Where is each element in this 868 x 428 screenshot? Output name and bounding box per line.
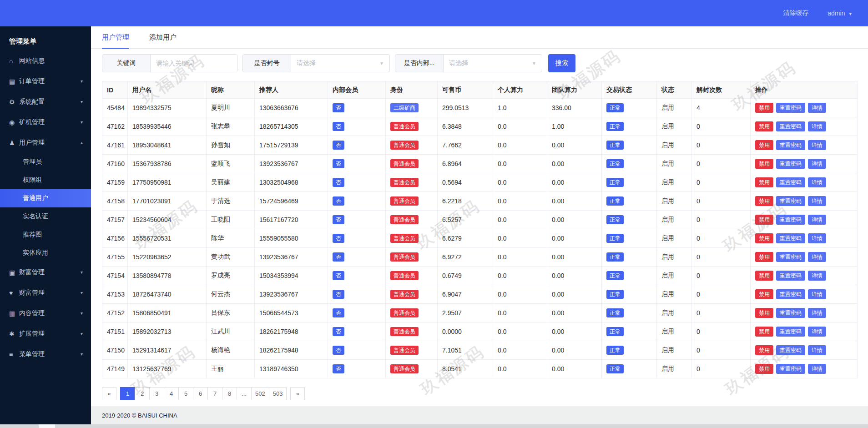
cell-unban-count: 0 [692, 304, 751, 322]
reset-password-button[interactable]: 重置密码 [776, 103, 805, 113]
column-header-解封次数: 解封次数 [692, 81, 751, 99]
detail-button[interactable]: 详情 [808, 345, 826, 355]
internal-select[interactable]: 请选择 ▼ [444, 55, 542, 72]
page-button-4[interactable]: 4 [164, 387, 178, 400]
page-button-503[interactable]: 503 [269, 387, 287, 400]
user-menu[interactable]: admin ▾ [828, 10, 852, 17]
cell-unban-count: 0 [692, 155, 751, 173]
disable-button[interactable]: 禁用 [755, 271, 773, 281]
disable-button[interactable]: 禁用 [755, 121, 773, 131]
pagination: «12345678...502503» [102, 387, 857, 400]
reset-password-button[interactable]: 重置密码 [776, 252, 805, 262]
sidebar-item-财富管理[interactable]: ▣财富管理▾ [0, 262, 91, 282]
sidebar-item-内容管理[interactable]: ▥内容管理▾ [0, 303, 91, 323]
ban-select[interactable]: 请选择 ▼ [291, 55, 389, 72]
detail-button[interactable]: 详情 [808, 289, 826, 299]
sidebar-subitem-实名认证[interactable]: 实名认证 [0, 207, 91, 226]
disable-button[interactable]: 禁用 [755, 233, 773, 243]
reset-password-button[interactable]: 重置密码 [776, 327, 805, 337]
sidebar-subitem-普通用户[interactable]: 普通用户 [0, 189, 91, 207]
disable-button[interactable]: 禁用 [755, 252, 773, 262]
page-button-7[interactable]: 7 [207, 387, 222, 400]
page-button-1[interactable]: 1 [120, 387, 135, 400]
reset-password-button[interactable]: 重置密码 [776, 196, 805, 206]
detail-button[interactable]: 详情 [808, 252, 826, 262]
sidebar-item-网站信息[interactable]: ⌂网站信息 [0, 50, 91, 71]
disable-button[interactable]: 禁用 [755, 159, 773, 169]
sidebar-item-财富管理[interactable]: ♥财富管理▾ [0, 282, 91, 303]
detail-button[interactable]: 详情 [808, 121, 826, 131]
detail-button[interactable]: 详情 [808, 327, 826, 337]
disable-button[interactable]: 禁用 [755, 140, 773, 150]
reset-password-button[interactable]: 重置密码 [776, 289, 805, 299]
detail-button[interactable]: 详情 [808, 308, 826, 318]
reset-password-button[interactable]: 重置密码 [776, 345, 805, 355]
page-button-2[interactable]: 2 [135, 387, 149, 400]
disable-button[interactable]: 禁用 [755, 364, 773, 374]
keyword-input[interactable] [151, 55, 237, 72]
sidebar-item-订单管理[interactable]: ▤订单管理▾ [0, 71, 91, 91]
detail-button[interactable]: 详情 [808, 233, 826, 243]
reset-password-button[interactable]: 重置密码 [776, 215, 805, 225]
page-button-5[interactable]: 5 [178, 387, 193, 400]
page-next-button[interactable]: » [290, 387, 305, 400]
tab-user-management[interactable]: 用户管理 [102, 26, 129, 49]
detail-button[interactable]: 详情 [808, 103, 826, 113]
clear-cache-button[interactable]: 清除缓存 [783, 9, 808, 17]
page-button-8[interactable]: 8 [222, 387, 237, 400]
cell-status: 启用 [657, 136, 692, 155]
sidebar-subitem-管理员[interactable]: 管理员 [0, 153, 91, 171]
reset-password-button[interactable]: 重置密码 [776, 364, 805, 374]
sidebar-item-菜单管理[interactable]: ≡菜单管理▾ [0, 344, 91, 364]
reset-password-button[interactable]: 重置密码 [776, 233, 805, 243]
cell-actions: 禁用重置密码详情 [751, 192, 858, 211]
reset-password-button[interactable]: 重置密码 [776, 140, 805, 150]
detail-button[interactable]: 详情 [808, 271, 826, 281]
users-icon: ♟ [9, 139, 19, 146]
reset-password-button[interactable]: 重置密码 [776, 271, 805, 281]
cell-personal-power: 0.0 [493, 322, 547, 341]
reset-password-button[interactable]: 重置密码 [776, 308, 805, 318]
search-button[interactable]: 搜索 [548, 54, 575, 72]
page-button-502[interactable]: 502 [251, 387, 269, 400]
horizontal-scrollbar[interactable] [0, 424, 868, 428]
detail-button[interactable]: 详情 [808, 159, 826, 169]
disable-button[interactable]: 禁用 [755, 177, 773, 187]
column-header-操作: 操作 [751, 81, 858, 99]
sidebar-item-用户管理[interactable]: ♟用户管理▴ [0, 132, 91, 153]
disable-button[interactable]: 禁用 [755, 215, 773, 225]
cell-unban-count: 0 [692, 322, 751, 341]
page-button-6[interactable]: 6 [193, 387, 207, 400]
disable-button[interactable]: 禁用 [755, 103, 773, 113]
sidebar-item-矿机管理[interactable]: ◉矿机管理▾ [0, 112, 91, 132]
disable-button[interactable]: 禁用 [755, 308, 773, 318]
cell-team-power: 0.00 [547, 248, 602, 267]
scrollbar-thumb[interactable] [39, 424, 55, 428]
cell-coins: 6.8964 [438, 155, 493, 173]
detail-button[interactable]: 详情 [808, 140, 826, 150]
detail-button[interactable]: 详情 [808, 177, 826, 187]
sidebar-item-扩展管理[interactable]: ✱扩展管理▾ [0, 323, 91, 344]
detail-button[interactable]: 详情 [808, 196, 826, 206]
reset-password-button[interactable]: 重置密码 [776, 177, 805, 187]
tab-add-user[interactable]: 添加用户 [149, 26, 177, 49]
sidebar-subitem-推荐图[interactable]: 推荐图 [0, 226, 91, 244]
detail-button[interactable]: 详情 [808, 364, 826, 374]
reset-password-button[interactable]: 重置密码 [776, 159, 805, 169]
sidebar-subitem-实体应用[interactable]: 实体应用 [0, 244, 91, 262]
sidebar-item-label: 订单管理 [19, 77, 45, 86]
cell-personal-power: 0.0 [493, 341, 547, 360]
cell-nickname: 孙雪如 [207, 136, 255, 155]
disable-button[interactable]: 禁用 [755, 196, 773, 206]
cell-username: 15220963652 [128, 248, 207, 267]
sidebar-subitem-权限组[interactable]: 权限组 [0, 171, 91, 189]
page-button-3[interactable]: 3 [149, 387, 164, 400]
sidebar-item-系统配置[interactable]: ⚙系统配置▾ [0, 91, 91, 112]
disable-button[interactable]: 禁用 [755, 345, 773, 355]
disable-button[interactable]: 禁用 [755, 327, 773, 337]
detail-button[interactable]: 详情 [808, 215, 826, 225]
disable-button[interactable]: 禁用 [755, 289, 773, 299]
trade-status-badge: 正常 [606, 290, 624, 299]
reset-password-button[interactable]: 重置密码 [776, 121, 805, 131]
page-prev-button[interactable]: « [102, 387, 116, 400]
